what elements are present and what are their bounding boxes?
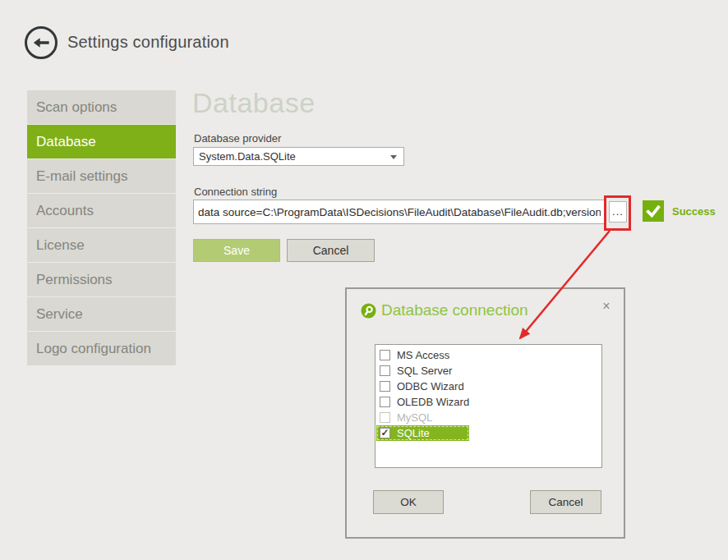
provider-option-label: MS Access xyxy=(397,349,449,361)
back-button[interactable] xyxy=(25,26,58,59)
browse-connection-button[interactable]: ... xyxy=(609,201,627,223)
sidebar-item-license[interactable]: License xyxy=(27,228,176,262)
connection-string-input[interactable] xyxy=(193,200,606,224)
provider-option-oledb-wizard[interactable]: OLEDB Wizard xyxy=(376,394,601,410)
dialog-cancel-button[interactable]: Cancel xyxy=(530,490,601,514)
sidebar-item-database[interactable]: Database xyxy=(27,125,176,158)
checkbox-icon[interactable] xyxy=(380,365,390,376)
save-button[interactable]: Save xyxy=(193,239,280,262)
sidebar-item-permissions[interactable]: Permissions xyxy=(27,263,176,296)
cancel-button[interactable]: Cancel xyxy=(287,239,375,262)
database-provider-select[interactable]: System.Data.SQLite xyxy=(193,147,404,166)
settings-sidebar: Scan options Database E-mail settings Ac… xyxy=(27,90,176,366)
checkbox-icon[interactable] xyxy=(380,350,390,360)
provider-option-odbc-wizard[interactable]: ODBC Wizard xyxy=(376,379,601,394)
settings-configuration-window: Settings configuration Scan options Data… xyxy=(0,0,728,560)
checkbox-icon[interactable] xyxy=(380,381,390,392)
sidebar-item-logo-configuration[interactable]: Logo configuration xyxy=(27,332,176,365)
provider-option-mysql: MySQL xyxy=(376,410,601,425)
database-provider-label: Database provider xyxy=(194,132,281,145)
checkbox-icon[interactable] xyxy=(380,397,390,407)
dialog-title: Database connection xyxy=(381,301,528,319)
status-badge: Success xyxy=(672,205,716,218)
dialog-ok-button[interactable]: OK xyxy=(373,490,444,514)
sidebar-item-email-settings[interactable]: E-mail settings xyxy=(27,159,176,193)
page-title: Settings configuration xyxy=(67,33,229,52)
section-heading: Database xyxy=(192,87,316,119)
provider-option-label: SQL Server xyxy=(397,365,452,377)
provider-option-sql-server[interactable]: SQL Server xyxy=(376,363,601,379)
provider-option-sqlite[interactable]: SQLite xyxy=(376,425,469,441)
database-provider-value: System.Data.SQLite xyxy=(199,150,296,163)
sidebar-item-accounts[interactable]: Accounts xyxy=(27,194,176,227)
close-icon[interactable]: × xyxy=(600,300,613,313)
database-connection-dialog: Database connection × MS Access SQL Serv… xyxy=(345,287,625,539)
checkbox-icon xyxy=(380,412,390,423)
sidebar-item-scan-options[interactable]: Scan options xyxy=(27,90,176,124)
checkbox-icon[interactable] xyxy=(380,428,390,438)
fileaudit-logo-icon xyxy=(361,303,376,319)
provider-option-label: OLEDB Wizard xyxy=(397,396,469,408)
provider-option-label: SQLite xyxy=(397,427,430,439)
provider-checkbox-list: MS Access SQL Server ODBC Wizard OLEDB W… xyxy=(375,344,602,468)
provider-option-label: MySQL xyxy=(397,411,432,424)
success-check-icon xyxy=(643,200,664,222)
chevron-down-icon xyxy=(390,155,397,159)
connection-string-label: Connection string xyxy=(194,186,277,198)
back-arrow-icon xyxy=(32,34,50,52)
provider-option-label: ODBC Wizard xyxy=(397,380,464,392)
provider-option-ms-access[interactable]: MS Access xyxy=(376,347,601,363)
sidebar-item-service[interactable]: Service xyxy=(27,297,176,331)
